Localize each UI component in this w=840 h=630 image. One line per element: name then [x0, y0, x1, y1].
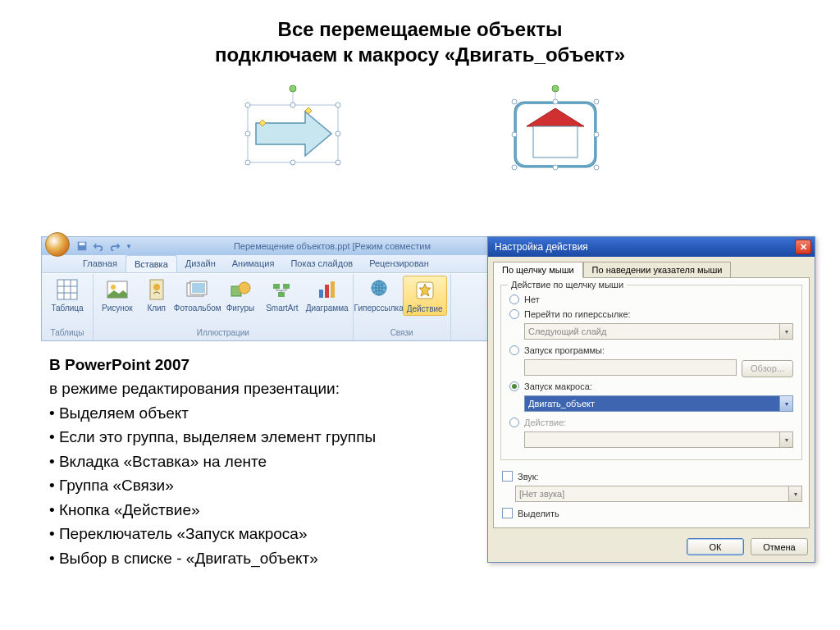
btn-smartart[interactable]: SmartArt	[261, 276, 303, 314]
ribbon-tabs: Главная Вставка Дизайн Анимация Показ сл…	[42, 255, 532, 273]
chevron-down-icon: ▾	[788, 486, 801, 501]
redo-icon[interactable]	[109, 240, 121, 252]
qat-dropdown-icon[interactable]: ▼	[126, 243, 132, 250]
svg-rect-45	[331, 281, 335, 298]
page-heading: Все перемещаемые объекты подключаем к ма…	[0, 0, 840, 75]
tab-review[interactable]: Рецензирован	[361, 255, 437, 272]
btn-table[interactable]: Таблица	[45, 276, 89, 314]
list-item: Если это группа, выделяем элемент группы	[49, 425, 376, 449]
radio-icon	[509, 309, 519, 319]
btn-action[interactable]: Действие	[403, 276, 447, 316]
chevron-down-icon: ▾	[779, 324, 792, 339]
svg-point-8	[245, 160, 250, 165]
arrow-shape[interactable]	[231, 84, 354, 174]
action-settings-dialog: Настройка действия ✕ По щелчку мыши По н…	[487, 236, 815, 563]
checkbox-icon[interactable]	[502, 508, 513, 518]
list-item: Выделяем объект	[49, 401, 376, 425]
macro-combo[interactable]: Двигать_объект ▾	[524, 395, 793, 412]
svg-point-32	[111, 285, 116, 290]
svg-point-11	[552, 85, 559, 92]
btn-clip[interactable]: Клип	[139, 276, 174, 314]
svg-rect-42	[278, 292, 285, 297]
tab-animation[interactable]: Анимация	[224, 255, 283, 272]
dialog-body: Действие по щелчку мыши Нет Перейти по г…	[493, 277, 810, 528]
svg-point-7	[336, 131, 340, 136]
sound-label: Звук:	[518, 472, 539, 482]
house-shape[interactable]	[502, 84, 609, 174]
checkbox-icon[interactable]	[502, 471, 513, 482]
highlight-row[interactable]: Выделить	[500, 505, 802, 521]
svg-point-5	[336, 103, 340, 107]
radio-none-label: Нет	[524, 294, 540, 304]
browse-button: Обзор...	[742, 360, 793, 377]
btn-photoalbum[interactable]: Фотоальбом	[176, 276, 220, 314]
svg-point-3	[245, 103, 250, 107]
sound-combo: [Нет звука] ▾	[515, 486, 802, 502]
highlight-label: Выделить	[518, 509, 559, 518]
save-icon[interactable]	[76, 240, 88, 252]
sound-row[interactable]: Звук:	[500, 468, 802, 484]
macro-combo-value: Двигать_объект	[528, 399, 595, 409]
hyperlink-icon	[367, 277, 391, 302]
click-action-group: Действие по щелчку мыши Нет Перейти по г…	[500, 285, 802, 460]
svg-rect-40	[273, 284, 280, 289]
radio-program-row[interactable]: Запуск программы:	[509, 343, 793, 358]
svg-point-23	[594, 165, 599, 170]
svg-point-39	[239, 282, 250, 294]
sound-combo-value: [Нет звука]	[519, 489, 564, 499]
group-tables: Таблица Таблицы	[42, 274, 94, 340]
svg-point-10	[336, 160, 340, 165]
action-icon	[413, 278, 437, 303]
radio-hyperlink-row[interactable]: Перейти по гиперссылке:	[509, 307, 793, 322]
group-illus-label: Иллюстрации	[97, 328, 349, 339]
dialog-footer: ОК Отмена	[488, 533, 815, 562]
btn-shapes[interactable]: Фигуры	[221, 276, 259, 314]
btn-table-label: Таблица	[51, 304, 83, 313]
svg-rect-25	[80, 243, 85, 246]
tab-on-hover[interactable]: По наведении указателя мыши	[583, 262, 732, 278]
btn-chart[interactable]: Диаграмма	[305, 276, 349, 314]
instructions-list: Выделяем объект Если это группа, выделяе…	[49, 401, 376, 570]
btn-chart-label: Диаграмма	[306, 304, 349, 313]
tab-home[interactable]: Главная	[75, 255, 126, 272]
action-combo: ▾	[524, 431, 793, 448]
radio-hyperlink-label: Перейти по гиперссылке:	[524, 309, 631, 319]
radio-macro-row[interactable]: Запуск макроса:	[509, 379, 793, 394]
ribbon-body: Таблица Таблицы Рисунок Клип Фотоальбом …	[42, 273, 532, 340]
cancel-button[interactable]: Отмена	[751, 538, 808, 555]
svg-rect-43	[319, 290, 323, 298]
list-item: Кнопка «Действие»	[49, 498, 376, 522]
shapes-icon	[228, 277, 253, 302]
dialog-titlebar[interactable]: Настройка действия ✕	[488, 237, 815, 257]
ribbon: ▼ Перемещение объектов.ppt [Режим совмес…	[41, 236, 533, 341]
ok-button[interactable]: ОК	[687, 538, 744, 555]
undo-icon[interactable]	[93, 240, 104, 252]
office-button[interactable]	[45, 232, 70, 257]
group-links-label: Связи	[357, 328, 447, 339]
tab-on-click[interactable]: По щелчку мыши	[493, 262, 583, 278]
tab-design[interactable]: Дизайн	[177, 255, 224, 272]
svg-rect-37	[192, 283, 205, 293]
svg-rect-41	[283, 284, 290, 289]
clip-icon	[144, 277, 169, 302]
radio-icon	[509, 381, 519, 391]
btn-picture[interactable]: Рисунок	[97, 276, 138, 314]
program-path-input	[524, 359, 737, 376]
svg-point-20	[594, 132, 599, 137]
tab-insert[interactable]: Вставка	[126, 255, 177, 272]
svg-point-16	[512, 99, 517, 104]
radio-none-row[interactable]: Нет	[509, 292, 793, 307]
btn-hyperlink[interactable]: Гиперссылка	[357, 276, 401, 316]
tab-slideshow[interactable]: Показ слайдов	[282, 255, 361, 272]
chevron-down-icon[interactable]: ▾	[779, 396, 792, 411]
group-legend: Действие по щелчку мыши	[508, 280, 627, 290]
btn-clip-label: Клип	[147, 304, 166, 313]
hyperlink-combo-value: Следующий слайд	[528, 326, 606, 336]
radio-icon	[509, 294, 519, 304]
list-item: Вкладка «Вставка» на ленте	[49, 450, 376, 473]
smartart-icon	[270, 277, 294, 302]
title-bar: ▼ Перемещение объектов.ppt [Режим совмес…	[42, 237, 532, 255]
heading-line1: Все перемещаемые объекты	[16, 16, 824, 42]
close-button[interactable]: ✕	[795, 240, 811, 254]
svg-point-34	[153, 284, 160, 290]
